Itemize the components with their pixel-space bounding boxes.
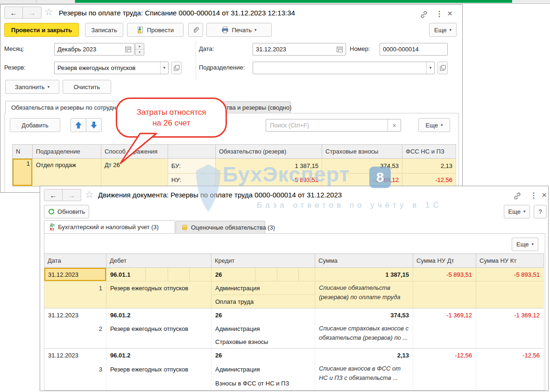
calendar-icon[interactable] xyxy=(125,46,131,52)
stepper-up-icon[interactable]: ▴ xyxy=(135,43,144,49)
empty-cell[interactable] xyxy=(413,362,476,390)
favorite-star-icon[interactable]: ☆ xyxy=(85,189,94,200)
amount-nu-kt-cell[interactable]: -5 893,51 xyxy=(476,268,544,281)
nu-obligation-cell[interactable]: -5 893,51 xyxy=(216,174,322,186)
app-tab[interactable] xyxy=(36,0,75,3)
stepper-down-icon[interactable]: ▾ xyxy=(135,49,144,55)
department-combo[interactable]: ▾ xyxy=(253,62,435,74)
credit-subconto1-cell[interactable]: Администрация xyxy=(212,322,315,335)
department-open-button[interactable] xyxy=(437,62,448,74)
save-button[interactable]: Записать xyxy=(85,23,123,37)
comment-cell[interactable]: Списание взносов в ФСС от НС и ПЗ с обяз… xyxy=(315,362,413,390)
credit-account-cell[interactable]: 26 xyxy=(212,349,315,362)
row-number-cell[interactable]: 3 xyxy=(44,362,106,376)
empty-cell[interactable] xyxy=(106,295,212,308)
empty-cell[interactable] xyxy=(413,322,476,348)
refresh-button[interactable]: Обновить xyxy=(44,205,89,218)
more-button[interactable]: Еще ▾ xyxy=(504,205,530,218)
print-button[interactable]: Печать ▾ xyxy=(206,23,272,37)
debit-account-cell[interactable]: 96.01.2 xyxy=(106,349,212,362)
empty-cell[interactable] xyxy=(476,281,544,308)
search-input[interactable] xyxy=(266,122,388,129)
department-cell[interactable]: Отдел продаж xyxy=(33,159,101,186)
list-more-button[interactable]: Еще ▾ xyxy=(418,118,450,132)
debit-account-cell[interactable]: 96.01.2 xyxy=(106,308,212,322)
amount-cell[interactable]: 1 387,15 xyxy=(315,268,413,281)
forward-button[interactable]: → xyxy=(63,189,81,201)
selected-date-cell[interactable]: 31.12.2023 xyxy=(44,268,106,281)
column-header-date[interactable]: Дата xyxy=(44,253,106,268)
tab-accounting-register[interactable]: ДтКт Бухгалтерский и налоговый учет (3) xyxy=(44,220,175,233)
row-number-cell[interactable]: 2 xyxy=(44,322,106,335)
date-input[interactable]: 31.12.2023 xyxy=(253,43,346,56)
column-header-amount[interactable]: Сумма xyxy=(315,253,413,268)
column-header-insurance[interactable]: Страховые взносы xyxy=(322,144,402,159)
move-up-button[interactable] xyxy=(71,118,86,132)
add-row-button[interactable]: Добавить xyxy=(10,118,60,132)
debit-subconto-cell[interactable]: Резерв ежегодных отпусков xyxy=(106,362,212,376)
clear-button[interactable]: Очистить xyxy=(63,80,111,94)
fill-button[interactable]: Заполнить ▾ xyxy=(5,80,59,94)
date-cell[interactable]: 31.12.2023 xyxy=(44,308,106,322)
empty-cell[interactable] xyxy=(106,335,212,348)
back-button[interactable]: ← xyxy=(4,7,23,19)
post-button[interactable]: Провести xyxy=(127,23,183,37)
bu-fss-cell[interactable]: 2,13 xyxy=(402,159,456,174)
column-header-amount-nu-kt[interactable]: Сумма НУ Кт xyxy=(476,253,544,268)
row-number-cell[interactable]: 1 xyxy=(44,281,106,295)
column-header-blank[interactable] xyxy=(168,144,216,159)
kebab-menu-icon[interactable]: ⋮ xyxy=(530,191,537,200)
credit-subconto2-cell[interactable]: Взносы в ФСС от НС и ПЗ xyxy=(212,376,315,390)
amount-nu-dt-cell[interactable]: -1 369,12 xyxy=(413,308,476,322)
empty-cell[interactable] xyxy=(106,376,212,390)
forward-button[interactable]: → xyxy=(23,7,42,19)
credit-account-cell[interactable]: 26 xyxy=(212,308,315,322)
bu-insurance-cell[interactable]: 374,53 xyxy=(322,159,402,174)
comment-cell[interactable]: Списание страховых взносов с обязательст… xyxy=(315,322,413,348)
amount-nu-dt-cell[interactable]: -12,56 xyxy=(413,349,476,362)
credit-subconto1-cell[interactable]: Администрация xyxy=(212,362,315,376)
movement-row[interactable]: 31.12.2023 96.01.2 26 374,53 -1 369,12 -… xyxy=(44,308,543,349)
kebab-menu-icon[interactable]: ⋮ xyxy=(436,9,443,18)
reserve-open-button[interactable] xyxy=(171,62,182,74)
amount-nu-kt-cell[interactable]: -12,56 xyxy=(476,349,544,362)
column-header-obligation[interactable]: Обязательство (резерв) xyxy=(216,144,322,159)
app-tab[interactable] xyxy=(513,0,550,3)
close-icon[interactable]: × xyxy=(447,8,452,19)
app-tab-active[interactable] xyxy=(75,0,512,3)
column-header-debit[interactable]: Дебет xyxy=(106,253,212,268)
link-icon[interactable] xyxy=(420,10,428,19)
empty-cell[interactable] xyxy=(44,376,106,390)
movement-row[interactable]: 31.12.2023 96.01.2 26 2,13 -12,56 -12,56… xyxy=(44,349,543,391)
debit-account-cell[interactable]: 96.01.1 xyxy=(106,268,212,281)
nu-insurance-cell[interactable]: -1 369,12 xyxy=(322,174,402,186)
selected-row-number-cell[interactable]: 1 xyxy=(13,159,33,186)
app-tab[interactable] xyxy=(0,0,36,3)
amount-cell[interactable]: 2,13 xyxy=(315,349,413,362)
close-icon[interactable]: × xyxy=(542,190,547,200)
favorite-star-icon[interactable]: ☆ xyxy=(44,7,53,18)
bu-label-cell[interactable]: БУ: xyxy=(168,159,216,174)
reserve-combo[interactable]: Резерв ежегодных отпусков ▾ xyxy=(54,62,169,74)
empty-cell[interactable] xyxy=(44,335,106,348)
credit-subconto1-cell[interactable]: Администрация xyxy=(212,281,315,295)
column-header-amount-nu-dt[interactable]: Сумма НУ Дт xyxy=(413,253,476,268)
search-clear-button[interactable]: × xyxy=(388,119,401,131)
empty-cell[interactable] xyxy=(44,295,106,308)
combo-dropdown-button[interactable]: ▾ xyxy=(426,62,434,74)
column-header-n[interactable]: N xyxy=(13,144,33,159)
empty-cell[interactable] xyxy=(476,362,544,390)
debit-subconto-cell[interactable]: Резерв ежегодных отпусков xyxy=(106,322,212,335)
number-input[interactable]: 0000-000014 xyxy=(380,43,448,56)
nu-fss-cell[interactable]: -12,56 xyxy=(402,174,456,186)
month-stepper[interactable]: ▴ ▾ xyxy=(135,43,144,56)
bu-obligation-cell[interactable]: 1 387,15 xyxy=(216,159,322,174)
back-button[interactable]: ← xyxy=(44,189,63,201)
post-and-close-button[interactable]: Провести и закрыть xyxy=(4,23,79,37)
empty-cell[interactable] xyxy=(413,281,476,308)
help-button[interactable]: ? xyxy=(534,205,547,218)
credit-account-cell[interactable]: 26 xyxy=(212,268,315,281)
column-header-fss[interactable]: ФСС НС и ПЗ xyxy=(402,144,456,159)
move-down-button[interactable] xyxy=(86,118,102,132)
empty-cell[interactable] xyxy=(476,322,544,348)
